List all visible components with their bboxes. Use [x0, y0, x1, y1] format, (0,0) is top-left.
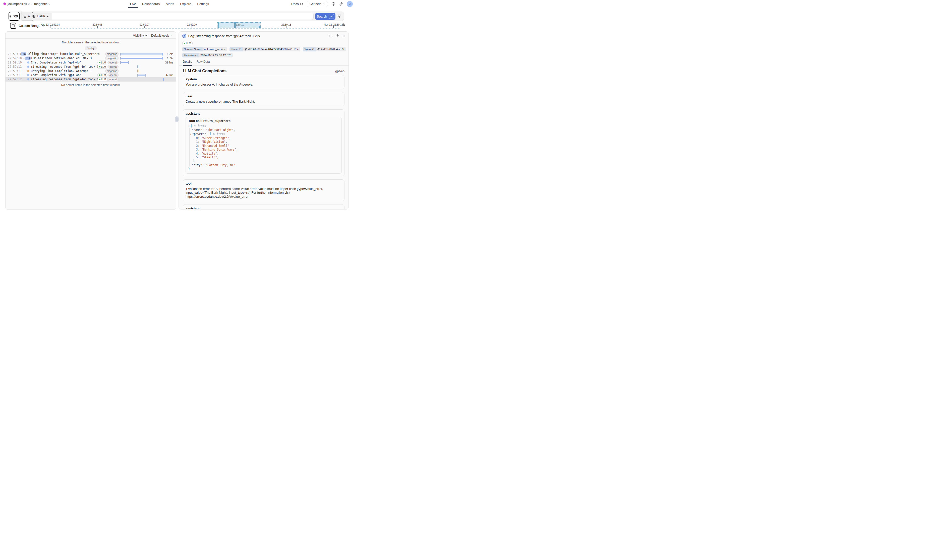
logfire-logo-icon	[3, 2, 6, 6]
gantt-track	[121, 69, 166, 73]
log-row-message: Retrying Chat Completion. Attempt 1	[31, 69, 92, 73]
json-token: "city"	[192, 163, 202, 167]
json-token: :	[198, 144, 201, 148]
log-rows: 22:59:106Calling chatprompt-function mak…	[6, 52, 176, 82]
breadcrumb: jackmpcollins / magentic	[3, 0, 50, 8]
dock-panel-button[interactable]	[329, 34, 332, 38]
panel-resize-handle[interactable]	[175, 116, 179, 122]
log-row[interactable]: 22:59:10Chat Completion with 'gpt-4o'LLM…	[6, 60, 176, 65]
span-collapse-badge[interactable]: 5	[25, 57, 31, 60]
log-row-tags: LLMopenai	[97, 65, 118, 68]
collapse-caret-icon[interactable]: ∨	[190, 133, 191, 136]
tool-call-title: Tool call: return_superhero	[188, 119, 339, 123]
detail-header-icons	[329, 34, 345, 38]
search-query-input[interactable]	[51, 13, 313, 20]
gantt-track	[121, 65, 166, 69]
json-token: 3 items	[194, 124, 206, 128]
user-avatar[interactable]: J	[347, 1, 353, 7]
timeline-tick-label: 22:59:05	[93, 23, 103, 26]
json-token: 5	[196, 155, 198, 159]
sql-mode-button[interactable]: SQL	[9, 12, 20, 21]
json-line: 3: "Barking Sonic Wave",	[188, 148, 339, 151]
close-panel-button[interactable]	[342, 34, 345, 38]
copy-link-button[interactable]	[336, 34, 339, 38]
nav-tab-settings[interactable]: Settings	[197, 0, 209, 8]
org-switcher[interactable]: jackmpcollins	[8, 2, 30, 6]
duration-label: 1.9s	[167, 57, 174, 60]
tag-label: LLM	[101, 78, 106, 81]
json-token: :	[198, 152, 201, 155]
message-card-system: systemYou are professor A, in charge of …	[183, 75, 345, 89]
tag-label: magentic	[107, 53, 117, 56]
filter-button[interactable]	[337, 14, 341, 18]
tab-raw-data[interactable]: Raw Data	[197, 60, 210, 65]
default-levels-dropdown[interactable]: Default levels	[151, 34, 172, 38]
json-token: :	[198, 148, 201, 151]
visibility-dropdown[interactable]: Visibility	[133, 34, 147, 38]
detail-header: i Log: streaming response from 'gpt-4o' …	[179, 32, 348, 38]
header-actions: Docs Get help J	[291, 0, 353, 8]
gantt-tick	[137, 65, 138, 68]
nav-tab-dashboards[interactable]: Dashboards	[142, 0, 160, 8]
json-token: [	[210, 132, 213, 136]
log-row-timestamp: 22:59:10	[8, 61, 21, 64]
json-token: 2	[196, 144, 198, 148]
magnifier-plus-icon	[342, 23, 346, 27]
external-link-icon	[300, 3, 303, 6]
get-help-button[interactable]: Get help	[307, 1, 328, 7]
fields-dropdown[interactable]: Fields	[30, 13, 51, 20]
share-link-button[interactable]	[339, 2, 343, 6]
log-row[interactable]: 22:59:11streaming response from 'gpt-4o'…	[6, 65, 176, 69]
json-token: 1	[196, 140, 198, 143]
json-token: "Night Vision"	[201, 140, 226, 143]
message-body: Create a new superhero named The Bark Ni…	[186, 100, 342, 104]
json-token: ,	[235, 163, 237, 167]
tag-label: magentic	[107, 57, 117, 60]
tab-details[interactable]: Details	[183, 60, 192, 66]
chevron-down-icon	[323, 3, 325, 5]
json-token: 4	[196, 152, 198, 155]
log-row[interactable]: 22:59:105LLM-assisted retries enabled. M…	[6, 56, 176, 60]
trace-id-chip[interactable]: Trace ID #9146a6974e4e6140538043607a71c7…	[230, 47, 300, 51]
today-button[interactable]: Today	[85, 46, 97, 50]
timeline-tick-mark	[333, 26, 334, 28]
search-button[interactable]: Search	[315, 13, 336, 20]
get-help-label: Get help	[310, 2, 321, 6]
timeline-selection[interactable]	[217, 22, 261, 28]
tag-pill: magentic	[105, 56, 118, 60]
tag-pill: openai	[108, 65, 118, 68]
log-row[interactable]: 22:59:12streaming response from 'gpt-4o'…	[6, 77, 176, 82]
message-body: You are professor A, in charge of the A-…	[186, 83, 342, 86]
theme-toggle-button[interactable]	[332, 2, 336, 6]
link-icon	[336, 34, 339, 38]
project-switcher[interactable]: magentic	[34, 2, 50, 6]
log-row[interactable]: 22:59:106Calling chatprompt-function mak…	[6, 52, 176, 56]
timeline-tick-label: 22:59:13	[281, 23, 291, 26]
docs-link[interactable]: Docs	[291, 2, 303, 6]
json-token: "Super Strength"	[201, 136, 229, 140]
span-id-chip[interactable]: Span ID #fd81e8f78c4ecc9f	[303, 47, 346, 51]
message-role: system	[186, 77, 342, 81]
search-label: Search	[316, 15, 327, 18]
nav-tab-live[interactable]: Live	[130, 0, 136, 8]
collapse-panel-button[interactable]	[10, 23, 16, 29]
collapse-caret-icon[interactable]: ∨	[188, 125, 189, 127]
link-icon	[339, 2, 343, 6]
duration-label: 370ms	[165, 74, 174, 77]
histogram-bar	[218, 22, 219, 28]
nav-tab-alerts[interactable]: Alerts	[166, 0, 174, 8]
project-name: magentic	[34, 2, 47, 6]
log-detail-panel: i Log: streaming response from 'gpt-4o' …	[179, 32, 349, 210]
nav-tab-explore[interactable]: Explore	[180, 0, 191, 8]
diamond-marker	[27, 65, 29, 68]
org-name: jackmpcollins	[8, 2, 27, 6]
log-row[interactable]: 22:59:11Chat Completion with 'gpt-4o'LLM…	[6, 73, 176, 77]
json-line: }	[188, 167, 339, 171]
zoom-in-button[interactable]	[342, 23, 346, 27]
sun-icon	[332, 2, 336, 6]
log-row-message: streaming response from 'gpt-4o' took 0.…	[31, 77, 106, 81]
span-collapse-badge[interactable]: 6	[21, 53, 26, 56]
squared-minus-icon	[26, 57, 28, 59]
log-row[interactable]: 22:59:11Retrying Chat Completion. Attemp…	[6, 69, 176, 73]
green-dot-icon	[99, 74, 100, 76]
